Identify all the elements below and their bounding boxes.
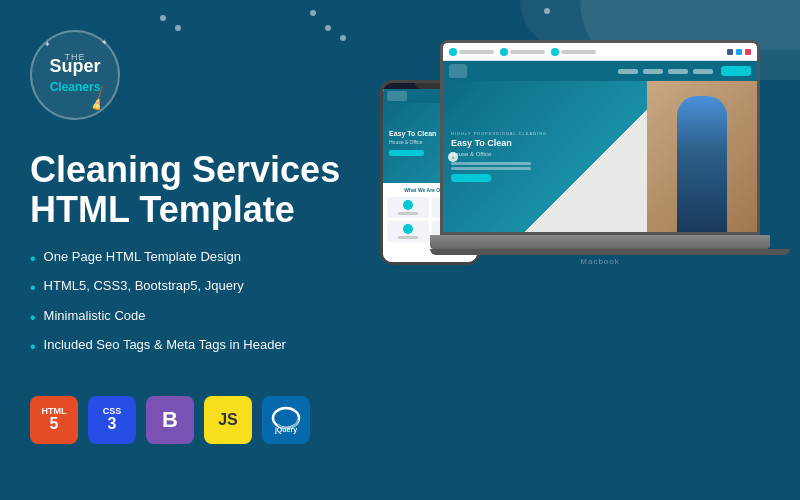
tech-badges: HTML 5 CSS 3 B JS jQu <box>30 396 370 444</box>
main-container: ✦ ✦ THE Super Cleaners 🧹 Cleaning Servic… <box>0 0 800 500</box>
heading-line1: Cleaning Services <box>30 150 370 190</box>
topbar-phone-text <box>561 50 596 54</box>
screen-nav-cta-button <box>721 66 751 76</box>
feature-item-2: • HTML5, CSS3, Bootstrap5, Jquery <box>30 278 370 297</box>
nav-link-4 <box>693 69 713 74</box>
js-badge: JS <box>204 396 252 444</box>
screen-content: HIGHLY PROFESSIONAL CLEANING Easy To Cle… <box>443 43 757 232</box>
nav-link-2 <box>643 69 663 74</box>
bullet-icon-2: • <box>30 278 36 297</box>
feature-text-2: HTML5, CSS3, Bootstrap5, Jquery <box>44 278 244 295</box>
service-icon-1 <box>403 200 413 210</box>
laptop-mockup: HIGHLY PROFESSIONAL CLEANING Easy To Cle… <box>430 40 770 266</box>
bootstrap-badge: B <box>146 396 194 444</box>
logo-area: ✦ ✦ THE Super Cleaners 🧹 <box>30 30 370 120</box>
left-panel: ✦ ✦ THE Super Cleaners 🧹 Cleaning Servic… <box>30 20 370 480</box>
feature-text-1: One Page HTML Template Design <box>44 249 241 266</box>
nav-link-3 <box>668 69 688 74</box>
service-text-1 <box>398 212 418 215</box>
feature-text-4: Included Seo Tags & Meta Tags in Header <box>44 337 286 354</box>
topbar-phone <box>551 48 596 56</box>
mobile-service-1 <box>387 197 429 218</box>
screen-logo-sm <box>449 64 467 78</box>
phone-icon-sm <box>551 48 559 56</box>
bullet-icon-4: • <box>30 337 36 356</box>
bullet-icon-3: • <box>30 308 36 327</box>
main-heading: Cleaning Services HTML Template <box>30 150 370 229</box>
feature-item-1: • One Page HTML Template Design <box>30 249 370 268</box>
screen-nav-bar <box>443 61 757 81</box>
css-badge: CSS 3 <box>88 396 136 444</box>
jquery-badge: jQuery <box>262 396 310 444</box>
mobile-logo-sm <box>387 91 407 101</box>
clock-icon-sm <box>449 48 457 56</box>
jquery-logo-icon: jQuery <box>270 406 302 434</box>
screen-nav-links <box>618 69 713 74</box>
feature-text-3: Minimalistic Code <box>44 308 146 325</box>
feature-item-3: • Minimalistic Code <box>30 308 370 327</box>
social-icons <box>727 49 751 55</box>
hero-description-line2 <box>451 167 531 170</box>
laptop-screen: HIGHLY PROFESSIONAL CLEANING Easy To Cle… <box>440 40 760 235</box>
service-text-3 <box>398 236 418 239</box>
topbar-hours <box>449 48 494 56</box>
facebook-icon-sm <box>727 49 733 55</box>
topbar-hours-text <box>459 50 494 54</box>
nav-link-1 <box>618 69 638 74</box>
bullet-icon-1: • <box>30 249 36 268</box>
hero-title-text: Easy To Clean <box>451 138 547 149</box>
html-badge: HTML 5 <box>30 396 78 444</box>
hero-cta-button <box>451 174 491 182</box>
hero-person-image <box>647 81 757 232</box>
logo-super-text: Super <box>49 56 100 76</box>
logo-circle: ✦ ✦ THE Super Cleaners 🧹 <box>30 30 120 120</box>
laptop-base <box>430 235 770 249</box>
email-icon-sm <box>500 48 508 56</box>
topbar-email-text <box>510 50 545 54</box>
hero-image-area <box>647 81 757 232</box>
hero-description-line1 <box>451 162 531 165</box>
features-list: • One Page HTML Template Design • HTML5,… <box>30 249 370 366</box>
hero-text-block: HIGHLY PROFESSIONAL CLEANING Easy To Cle… <box>451 131 547 182</box>
hero-subtitle-text: House & Office <box>451 151 547 157</box>
topbar-email <box>500 48 545 56</box>
svg-text:jQuery: jQuery <box>274 426 297 434</box>
hero-small-text: HIGHLY PROFESSIONAL CLEANING <box>451 131 547 136</box>
screen-hero-section: HIGHLY PROFESSIONAL CLEANING Easy To Cle… <box>443 81 757 232</box>
feature-item-4: • Included Seo Tags & Meta Tags in Heade… <box>30 337 370 356</box>
heading-line2: HTML Template <box>30 190 370 230</box>
screen-topbar <box>443 43 757 61</box>
instagram-icon-sm <box>745 49 751 55</box>
mobile-service-3 <box>387 221 429 242</box>
service-icon-3 <box>403 224 413 234</box>
right-panel: Easy To Clean House & Office What We Are… <box>370 20 770 480</box>
person-silhouette <box>677 96 727 232</box>
twitter-icon-sm <box>736 49 742 55</box>
mobile-hero-button <box>389 150 424 156</box>
laptop-foot <box>430 249 790 255</box>
laptop-label-text: Macbook <box>430 257 770 266</box>
